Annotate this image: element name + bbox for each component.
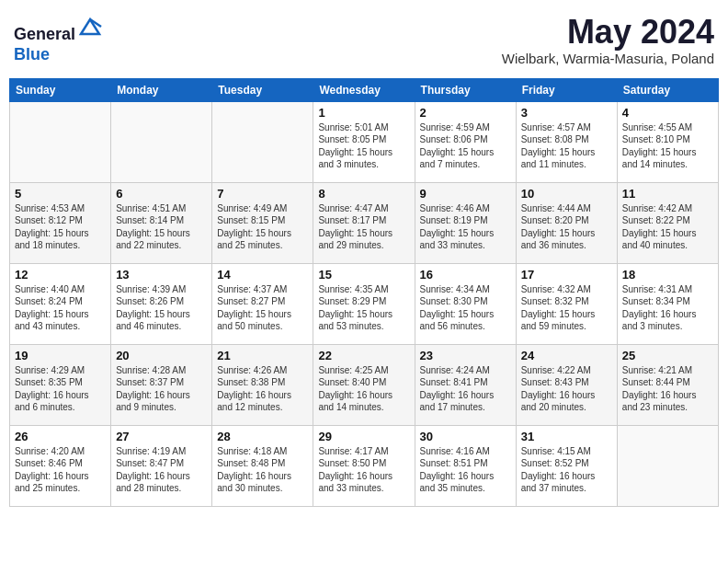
calendar-cell: 18Sunrise: 4:31 AM Sunset: 8:34 PM Dayli… (617, 263, 718, 344)
week-row-3: 12Sunrise: 4:40 AM Sunset: 8:24 PM Dayli… (10, 263, 719, 344)
day-info: Sunrise: 4:26 AM Sunset: 8:38 PM Dayligh… (217, 364, 308, 414)
calendar-cell: 4Sunrise: 4:55 AM Sunset: 8:10 PM Daylig… (617, 101, 718, 182)
day-info: Sunrise: 4:21 AM Sunset: 8:44 PM Dayligh… (622, 364, 713, 414)
calendar-cell: 16Sunrise: 4:34 AM Sunset: 8:30 PM Dayli… (415, 263, 516, 344)
day-info: Sunrise: 4:29 AM Sunset: 8:35 PM Dayligh… (15, 364, 106, 414)
day-number: 17 (521, 268, 612, 282)
day-number: 11 (622, 187, 713, 201)
calendar-cell: 30Sunrise: 4:16 AM Sunset: 8:51 PM Dayli… (415, 425, 516, 506)
calendar-cell: 27Sunrise: 4:19 AM Sunset: 8:47 PM Dayli… (111, 425, 212, 506)
day-number: 10 (521, 187, 612, 201)
header-day-thursday: Thursday (415, 78, 516, 101)
day-info: Sunrise: 4:37 AM Sunset: 8:27 PM Dayligh… (217, 283, 308, 333)
month-title: May 2024 (502, 14, 714, 51)
day-number: 9 (420, 187, 511, 201)
location: Wielbark, Warmia-Masuria, Poland (502, 51, 714, 66)
calendar-cell: 10Sunrise: 4:44 AM Sunset: 8:20 PM Dayli… (516, 182, 617, 263)
day-info: Sunrise: 4:24 AM Sunset: 8:41 PM Dayligh… (420, 364, 511, 414)
calendar-cell: 25Sunrise: 4:21 AM Sunset: 8:44 PM Dayli… (617, 344, 718, 425)
calendar-cell: 19Sunrise: 4:29 AM Sunset: 8:35 PM Dayli… (10, 344, 111, 425)
day-info: Sunrise: 4:20 AM Sunset: 8:46 PM Dayligh… (15, 445, 106, 495)
day-number: 31 (521, 430, 612, 443)
day-info: Sunrise: 4:22 AM Sunset: 8:43 PM Dayligh… (521, 364, 612, 414)
day-number: 28 (217, 430, 308, 443)
calendar-cell: 21Sunrise: 4:26 AM Sunset: 8:38 PM Dayli… (212, 344, 313, 425)
day-number: 16 (420, 268, 511, 282)
day-number: 14 (217, 268, 308, 282)
calendar-table: SundayMondayTuesdayWednesdayThursdayFrid… (9, 78, 719, 507)
day-number: 23 (420, 349, 511, 362)
day-number: 27 (116, 430, 207, 443)
day-number: 24 (521, 349, 612, 362)
calendar-cell: 15Sunrise: 4:35 AM Sunset: 8:29 PM Dayli… (313, 263, 415, 344)
day-info: Sunrise: 4:39 AM Sunset: 8:26 PM Dayligh… (116, 283, 207, 333)
calendar-cell: 1Sunrise: 5:01 AM Sunset: 8:05 PM Daylig… (313, 101, 415, 182)
calendar-cell: 20Sunrise: 4:28 AM Sunset: 8:37 PM Dayli… (111, 344, 212, 425)
day-info: Sunrise: 4:16 AM Sunset: 8:51 PM Dayligh… (420, 445, 511, 495)
calendar-cell: 24Sunrise: 4:22 AM Sunset: 8:43 PM Dayli… (516, 344, 617, 425)
day-number: 13 (116, 268, 207, 282)
day-info: Sunrise: 4:19 AM Sunset: 8:47 PM Dayligh… (116, 445, 207, 495)
header-day-friday: Friday (516, 78, 617, 101)
calendar-cell: 28Sunrise: 4:18 AM Sunset: 8:48 PM Dayli… (212, 425, 313, 506)
week-row-4: 19Sunrise: 4:29 AM Sunset: 8:35 PM Dayli… (10, 344, 719, 425)
calendar-cell (212, 101, 313, 182)
page-header: General Blue May 2024 Wielbark, Warmia-M… (9, 9, 719, 71)
calendar-cell: 6Sunrise: 4:51 AM Sunset: 8:14 PM Daylig… (111, 182, 212, 263)
day-number: 15 (318, 268, 409, 282)
header-day-tuesday: Tuesday (212, 78, 313, 101)
day-number: 2 (420, 106, 511, 120)
day-info: Sunrise: 4:35 AM Sunset: 8:29 PM Dayligh… (318, 283, 409, 333)
logo-icon (77, 14, 103, 40)
day-info: Sunrise: 4:53 AM Sunset: 8:12 PM Dayligh… (15, 202, 106, 252)
header-day-monday: Monday (111, 78, 212, 101)
day-info: Sunrise: 4:59 AM Sunset: 8:06 PM Dayligh… (420, 121, 511, 171)
calendar-cell (10, 101, 111, 182)
calendar-cell (617, 425, 718, 506)
day-number: 3 (521, 106, 612, 120)
header-day-saturday: Saturday (617, 78, 718, 101)
day-number: 4 (622, 106, 713, 120)
day-info: Sunrise: 4:18 AM Sunset: 8:48 PM Dayligh… (217, 445, 308, 495)
day-info: Sunrise: 4:42 AM Sunset: 8:22 PM Dayligh… (622, 202, 713, 252)
week-row-2: 5Sunrise: 4:53 AM Sunset: 8:12 PM Daylig… (10, 182, 719, 263)
day-info: Sunrise: 4:34 AM Sunset: 8:30 PM Dayligh… (420, 283, 511, 333)
day-number: 8 (318, 187, 409, 201)
day-info: Sunrise: 4:32 AM Sunset: 8:32 PM Dayligh… (521, 283, 612, 333)
calendar-cell: 8Sunrise: 4:47 AM Sunset: 8:17 PM Daylig… (313, 182, 415, 263)
calendar-cell: 31Sunrise: 4:15 AM Sunset: 8:52 PM Dayli… (516, 425, 617, 506)
day-number: 18 (622, 268, 713, 282)
day-info: Sunrise: 4:40 AM Sunset: 8:24 PM Dayligh… (15, 283, 106, 333)
logo: General Blue (14, 14, 103, 64)
title-section: May 2024 Wielbark, Warmia-Masuria, Polan… (502, 14, 714, 66)
day-number: 6 (116, 187, 207, 201)
calendar-cell (111, 101, 212, 182)
day-number: 30 (420, 430, 511, 443)
day-info: Sunrise: 4:49 AM Sunset: 8:15 PM Dayligh… (217, 202, 308, 252)
week-row-1: 1Sunrise: 5:01 AM Sunset: 8:05 PM Daylig… (10, 101, 719, 182)
day-info: Sunrise: 5:01 AM Sunset: 8:05 PM Dayligh… (318, 121, 409, 171)
day-info: Sunrise: 4:15 AM Sunset: 8:52 PM Dayligh… (521, 445, 612, 495)
calendar-cell: 3Sunrise: 4:57 AM Sunset: 8:08 PM Daylig… (516, 101, 617, 182)
day-info: Sunrise: 4:47 AM Sunset: 8:17 PM Dayligh… (318, 202, 409, 252)
day-number: 21 (217, 349, 308, 362)
day-number: 20 (116, 349, 207, 362)
day-number: 7 (217, 187, 308, 201)
day-number: 22 (318, 349, 409, 362)
logo-blue: Blue (14, 45, 50, 63)
day-number: 25 (622, 349, 713, 362)
header-day-sunday: Sunday (10, 78, 111, 101)
week-row-5: 26Sunrise: 4:20 AM Sunset: 8:46 PM Dayli… (10, 425, 719, 506)
day-info: Sunrise: 4:31 AM Sunset: 8:34 PM Dayligh… (622, 283, 713, 333)
day-info: Sunrise: 4:44 AM Sunset: 8:20 PM Dayligh… (521, 202, 612, 252)
calendar-cell: 11Sunrise: 4:42 AM Sunset: 8:22 PM Dayli… (617, 182, 718, 263)
day-number: 26 (15, 430, 106, 443)
header-day-wednesday: Wednesday (313, 78, 415, 101)
day-number: 5 (15, 187, 106, 201)
header-row: SundayMondayTuesdayWednesdayThursdayFrid… (10, 78, 719, 101)
calendar-cell: 17Sunrise: 4:32 AM Sunset: 8:32 PM Dayli… (516, 263, 617, 344)
calendar-cell: 7Sunrise: 4:49 AM Sunset: 8:15 PM Daylig… (212, 182, 313, 263)
day-info: Sunrise: 4:28 AM Sunset: 8:37 PM Dayligh… (116, 364, 207, 414)
calendar-cell: 23Sunrise: 4:24 AM Sunset: 8:41 PM Dayli… (415, 344, 516, 425)
calendar-cell: 26Sunrise: 4:20 AM Sunset: 8:46 PM Dayli… (10, 425, 111, 506)
